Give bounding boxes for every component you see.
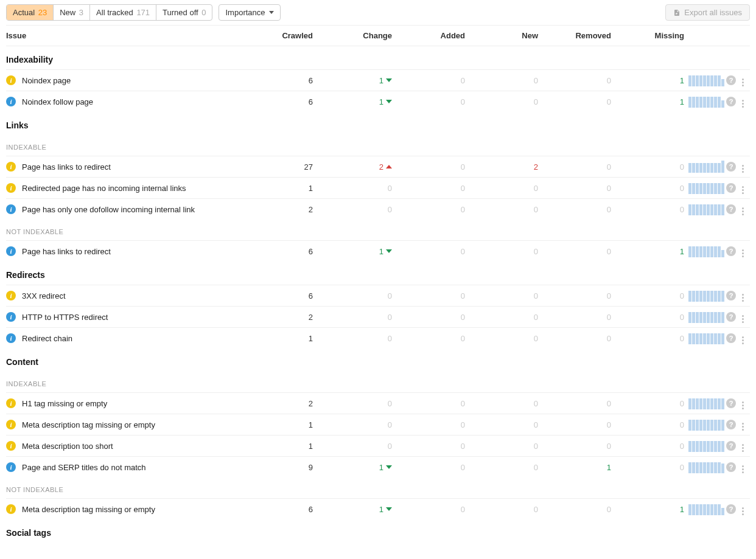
change-cell: 0 [317, 399, 396, 408]
issue-row[interactable]: iNoindex follow page610001? [6, 91, 750, 112]
cell-value: 0 [542, 291, 615, 300]
help-icon[interactable]: ? [726, 291, 736, 300]
issue-row[interactable]: iMeta description tag missing or empty10… [6, 414, 750, 435]
tab-count: 3 [77, 8, 83, 17]
cell-value: 1 [615, 76, 688, 85]
cell-value: 1 [615, 247, 688, 256]
cell-value: 0 [615, 313, 688, 322]
cell-value: 0 [469, 97, 542, 106]
group-title: Content [6, 349, 750, 372]
help-icon[interactable]: ? [726, 333, 736, 343]
issue-name: Meta description tag missing or empty [22, 505, 155, 514]
more-menu-icon[interactable] [741, 99, 745, 109]
cell-value: 0 [469, 420, 542, 429]
more-menu-icon[interactable] [741, 185, 745, 195]
change-cell: 0 [317, 313, 396, 322]
cell-value: 0 [542, 205, 615, 214]
more-menu-icon[interactable] [741, 506, 745, 516]
issue-row[interactable]: iPage has only one dofollow incoming int… [6, 198, 750, 220]
sparkline [688, 74, 724, 86]
help-icon[interactable]: ? [726, 246, 736, 256]
filter-tab[interactable]: Actual 23 [7, 5, 54, 20]
help-icon[interactable]: ? [726, 312, 736, 322]
issue-name: H1 tag missing or empty [22, 399, 107, 408]
col-new: New [469, 31, 542, 40]
issue-row[interactable]: iMeta description too short100000? [6, 435, 750, 456]
cell-value: 2 [469, 162, 542, 172]
help-icon[interactable]: ? [726, 97, 736, 106]
cell-value: 0 [396, 505, 469, 514]
more-menu-icon[interactable] [741, 464, 745, 474]
issue-name: Meta description tag missing or empty [22, 420, 155, 429]
help-icon[interactable]: ? [726, 204, 736, 214]
cell-value: 0 [469, 505, 542, 514]
help-icon[interactable]: ? [726, 162, 736, 172]
cell-value: 0 [615, 463, 688, 472]
cell-value: 2 [262, 399, 317, 408]
filter-tab[interactable]: All tracked 171 [90, 5, 156, 20]
issue-row[interactable]: iRedirected page has no incoming interna… [6, 177, 750, 198]
more-menu-icon[interactable] [741, 77, 745, 88]
sparkline [688, 245, 724, 257]
cell-value: 1 [615, 97, 688, 106]
more-menu-icon[interactable] [741, 422, 745, 432]
more-menu-icon[interactable] [741, 293, 745, 303]
cell-value: 0 [542, 399, 615, 408]
issue-row[interactable]: iNoindex page610001? [6, 69, 750, 91]
issue-row[interactable]: iPage and SERP titles do not match910010… [6, 456, 750, 477]
filter-tab[interactable]: New 3 [54, 5, 90, 20]
cell-value: 2 [262, 205, 317, 214]
issue-row[interactable]: iPage has links to redirect2720200? [6, 156, 750, 177]
help-icon[interactable]: ? [726, 75, 736, 85]
cell-value: 27 [262, 162, 317, 172]
group-title: Indexability [6, 46, 750, 69]
more-menu-icon[interactable] [741, 248, 745, 259]
more-menu-icon[interactable] [741, 164, 745, 174]
filter-tab-group: Actual 23New 3All tracked 171Turned off … [6, 4, 212, 21]
warning-icon: i [6, 183, 16, 193]
cell-value: 0 [396, 247, 469, 256]
issue-row[interactable]: iHTTP to HTTPS redirect200000? [6, 306, 750, 327]
more-menu-icon[interactable] [741, 206, 745, 217]
filter-tab[interactable]: Turned off 0 [156, 5, 212, 20]
export-icon [673, 9, 681, 17]
cell-value: 0 [615, 399, 688, 408]
tab-label: Turned off [163, 8, 198, 17]
notice-icon: i [6, 333, 16, 343]
more-menu-icon[interactable] [741, 314, 745, 324]
export-all-issues-button[interactable]: Export all issues [665, 4, 750, 21]
cell-value: 0 [396, 399, 469, 408]
sparkline [688, 503, 724, 515]
notice-icon: i [6, 204, 16, 214]
issue-row[interactable]: iMeta description tag missing or empty61… [6, 498, 750, 519]
notice-icon: i [6, 246, 16, 256]
cell-value: 6 [262, 505, 317, 514]
help-icon[interactable]: ? [726, 420, 736, 429]
issue-row[interactable]: i3XX redirect600000? [6, 285, 750, 306]
help-icon[interactable]: ? [726, 398, 736, 408]
more-menu-icon[interactable] [741, 400, 745, 411]
importance-label: Importance [225, 8, 265, 17]
triangle-down-icon [386, 507, 392, 511]
col-added: Added [396, 31, 469, 40]
help-icon[interactable]: ? [726, 504, 736, 514]
more-menu-icon[interactable] [741, 335, 745, 345]
sparkline [688, 203, 724, 215]
warning-icon: i [6, 291, 16, 300]
sparkline [688, 161, 724, 173]
sparkline [688, 440, 724, 452]
help-icon[interactable]: ? [726, 183, 736, 193]
issue-row[interactable]: iPage has links to redirect610001? [6, 240, 750, 262]
group-title: Social tags [6, 519, 750, 543]
sparkline [688, 290, 724, 302]
more-menu-icon[interactable] [741, 443, 745, 453]
help-icon[interactable]: ? [726, 441, 736, 451]
col-removed: Removed [542, 31, 615, 40]
cell-value: 0 [469, 334, 542, 343]
issue-row[interactable]: iH1 tag missing or empty200000? [6, 392, 750, 414]
cell-value: 0 [542, 334, 615, 343]
issue-row[interactable]: iRedirect chain100000? [6, 327, 750, 349]
importance-dropdown[interactable]: Importance [219, 4, 280, 21]
help-icon[interactable]: ? [726, 462, 736, 472]
notice-icon: i [6, 462, 16, 472]
